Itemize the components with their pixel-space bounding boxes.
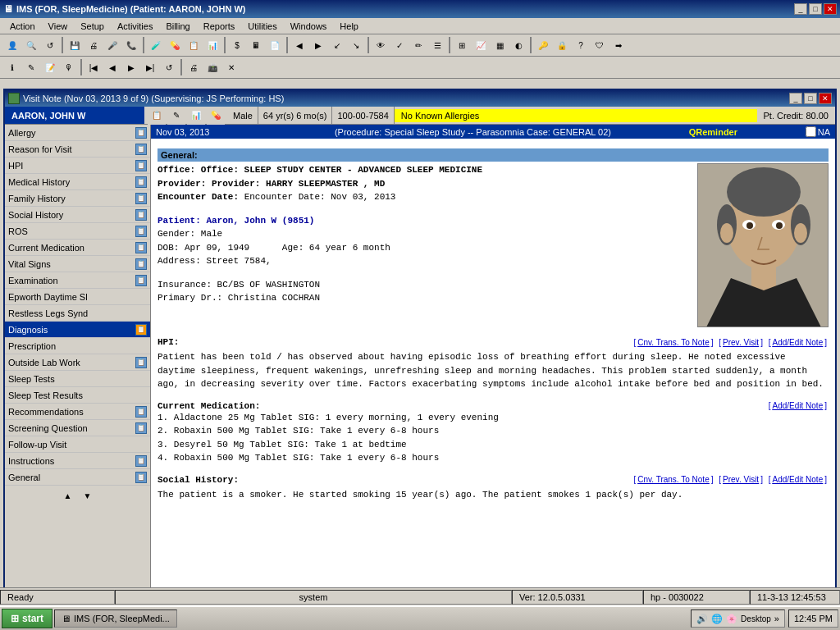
hpi-add-link[interactable]: [Add/Edit Note] [769, 338, 827, 347]
tb2-note[interactable]: 📝 [41, 58, 59, 76]
tb-phone[interactable]: 📞 [122, 36, 140, 54]
tb2-edit[interactable]: ✎ [22, 58, 40, 76]
tb-save[interactable]: 💾 [66, 36, 84, 54]
menu-setup[interactable]: Setup [74, 20, 111, 33]
tb-ins[interactable]: 📄 [266, 36, 284, 54]
hpi-cnv-link[interactable]: [Cnv. Trans. To Note] [633, 338, 713, 347]
tb2-print2[interactable]: 🖨 [185, 58, 203, 76]
sidebar-item-examination[interactable]: Examination 📋 [5, 272, 150, 289]
qreminder-label[interactable]: QReminder [689, 127, 737, 137]
tb-help-icon[interactable]: ? [572, 36, 590, 54]
sidebar-scroll-down[interactable]: ▼ [80, 489, 96, 502]
tb2-prev[interactable]: |◀ [84, 58, 103, 76]
menu-billing[interactable]: Billing [159, 20, 196, 33]
tb2-mic2[interactable]: 🎙 [60, 58, 78, 76]
taskbar-app-item[interactable]: 🖥 IMS (FOR, SleepMedi... [54, 609, 177, 628]
menu-activities[interactable]: Activities [111, 20, 159, 33]
minimize-button[interactable]: _ [794, 3, 807, 15]
tb2-last[interactable]: ▶| [141, 58, 159, 76]
sidebar-item-ros[interactable]: ROS 📋 [5, 223, 150, 240]
sidebar-item-screening-question[interactable]: Screening Question 📋 [5, 420, 150, 436]
desktop-label[interactable]: Desktop [741, 614, 771, 623]
tb-search[interactable]: 🔍 [22, 36, 40, 54]
social-history-add-link[interactable]: [Add/Edit Note] [769, 475, 827, 484]
tb-print[interactable]: 🖨 [84, 36, 103, 54]
menu-view[interactable]: View [42, 20, 75, 33]
tb-arrow-dl[interactable]: ↙ [328, 36, 346, 54]
tb-mic[interactable]: 🎤 [103, 36, 121, 54]
tb-stat[interactable]: 📈 [472, 36, 490, 54]
social-history-prev-link[interactable]: [Prev. Visit] [719, 475, 763, 484]
pt-icon-3[interactable]: 📊 [187, 107, 205, 125]
current-med-add-link[interactable]: [Add/Edit Note] [769, 401, 827, 410]
sidebar-item-instructions[interactable]: Instructions 📋 [5, 453, 150, 469]
sidebar-item-diagnosis[interactable]: Diagnosis 📋 [5, 322, 150, 338]
sidebar-item-allergy[interactable]: Allergy 📋 [5, 125, 150, 141]
tb-shield[interactable]: 🛡 [591, 36, 609, 54]
social-history-cnv-link[interactable]: [Cnv. Trans. To Note] [633, 475, 713, 484]
tb-arrow-right[interactable]: ▶ [309, 36, 327, 54]
hpi-prev-link[interactable]: [Prev. Visit] [719, 338, 763, 347]
menu-help[interactable]: Help [333, 20, 365, 33]
tb-grid[interactable]: ⊞ [453, 36, 471, 54]
tray-arrow[interactable]: » [774, 614, 779, 623]
tb-chart[interactable]: 📊 [203, 36, 221, 54]
pt-icon-1[interactable]: 📋 [148, 107, 166, 125]
menu-windows[interactable]: Windows [284, 20, 334, 33]
sidebar-item-current-medication[interactable]: Current Medication 📋 [5, 240, 150, 256]
visit-maximize-button[interactable]: □ [804, 93, 817, 104]
sidebar-item-general[interactable]: General 📋 [5, 469, 150, 486]
tb-eye[interactable]: 👁 [372, 36, 390, 54]
maximize-button[interactable]: □ [809, 3, 822, 15]
sidebar-item-prescription[interactable]: Prescription [5, 338, 150, 354]
visit-minimize-button[interactable]: _ [789, 93, 802, 104]
menu-action[interactable]: Action [3, 20, 42, 33]
tb-dollar[interactable]: $ [228, 36, 246, 54]
tb-check[interactable]: ✓ [390, 36, 409, 54]
tb-calc[interactable]: 🖩 [247, 36, 265, 54]
sidebar-item-medical-history[interactable]: Medical History 📋 [5, 174, 150, 190]
tb-list[interactable]: ☰ [428, 36, 446, 54]
sidebar-item-reason[interactable]: Reason for Visit 📋 [5, 141, 150, 158]
tb-rx[interactable]: 💊 [166, 36, 184, 54]
pt-icon-4[interactable]: 💊 [207, 107, 225, 125]
close-button[interactable]: ✕ [824, 3, 837, 15]
note-content[interactable]: General: Office: Office: SLEEP STUDY CEN… [151, 139, 835, 600]
tb-lab[interactable]: 🧪 [147, 36, 165, 54]
tb-right-arrow[interactable]: ➡ [609, 36, 628, 54]
tb-lock[interactable]: 🔒 [553, 36, 571, 54]
visit-close-button[interactable]: ✕ [819, 93, 832, 104]
pt-icon-2[interactable]: ✎ [167, 107, 185, 125]
tb-arrow-dr[interactable]: ↘ [347, 36, 365, 54]
sidebar-item-recommendations[interactable]: Recommendations 📋 [5, 404, 150, 420]
tb-key[interactable]: 🔑 [534, 36, 552, 54]
menu-utilities[interactable]: Utilities [241, 20, 283, 33]
sidebar-item-sleep-test-results[interactable]: Sleep Test Results [5, 387, 150, 404]
sidebar-item-hpi[interactable]: HPI 📋 [5, 158, 150, 174]
tb-arrow-left[interactable]: ◀ [290, 36, 308, 54]
start-button[interactable]: ⊞ start [2, 609, 52, 628]
tb-refresh[interactable]: ↺ [41, 36, 59, 54]
sidebar-item-followup[interactable]: Follow-up Visit [5, 436, 150, 453]
tb2-back[interactable]: ◀ [103, 58, 121, 76]
sidebar-item-family-history[interactable]: Family History 📋 [5, 190, 150, 207]
sidebar-item-epworth[interactable]: Epworth Daytime Sl [5, 289, 150, 305]
tb2-fwd[interactable]: ▶ [122, 58, 140, 76]
sidebar-scroll-up[interactable]: ▲ [60, 489, 76, 502]
sidebar-item-restless-legs[interactable]: Restless Legs Synd [5, 305, 150, 322]
tb-pie[interactable]: ◐ [509, 36, 527, 54]
sidebar-item-outside-lab[interactable]: Outside Lab Work 📋 [5, 354, 150, 371]
tb-bar[interactable]: ▦ [491, 36, 509, 54]
tb2-refresh2[interactable]: ↺ [160, 58, 178, 76]
na-checkbox[interactable]: NA [806, 126, 830, 137]
sidebar-item-vital-signs[interactable]: Vital Signs 📋 [5, 256, 150, 272]
tb2-info[interactable]: ℹ [3, 58, 21, 76]
tb-img[interactable]: 📋 [185, 36, 203, 54]
tb-person[interactable]: 👤 [3, 36, 21, 54]
tb2-fax[interactable]: 📠 [203, 58, 221, 76]
tb2-cancel[interactable]: ✕ [222, 58, 240, 76]
tb-edit[interactable]: ✏ [409, 36, 427, 54]
sidebar-item-sleep-tests[interactable]: Sleep Tests [5, 371, 150, 387]
sidebar-item-social-history[interactable]: Social History 📋 [5, 207, 150, 223]
na-check-input[interactable] [806, 126, 816, 137]
